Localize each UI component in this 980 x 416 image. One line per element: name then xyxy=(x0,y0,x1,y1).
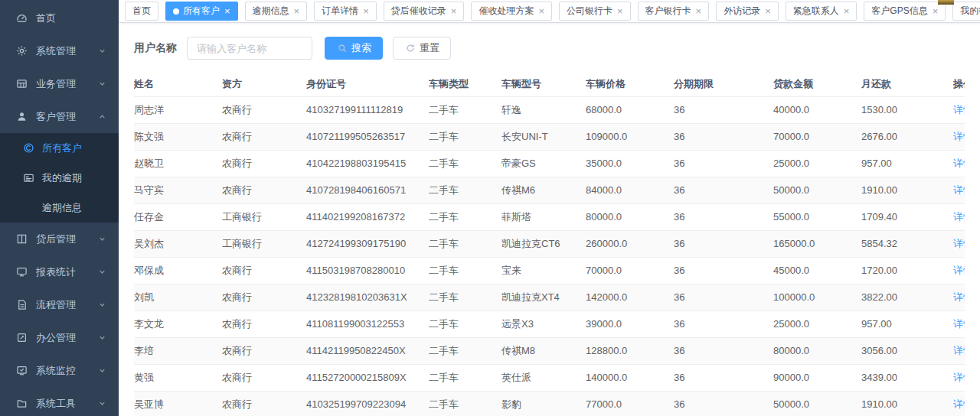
tab-3[interactable]: 订单详情× xyxy=(314,2,377,21)
chevron-up-icon xyxy=(96,111,108,122)
cell-vehicle_model: 宝来 xyxy=(501,257,586,284)
cell-name: 任存金 xyxy=(134,203,222,230)
tab-4[interactable]: 贷后催收记录× xyxy=(384,2,465,21)
cell-name: 李培 xyxy=(134,337,222,364)
search-field-label: 用户名称 xyxy=(134,41,177,55)
close-icon[interactable]: × xyxy=(696,6,702,16)
cell-id_number: 41142119950822450X xyxy=(306,337,429,364)
cell-monthly_payment: 3439.00 xyxy=(861,364,953,391)
cell-id_number: 412724199309175190 xyxy=(306,230,429,257)
detail-link[interactable]: 详情 xyxy=(953,291,965,303)
column-header: 姓名 xyxy=(134,72,222,96)
sidebar-item-3[interactable]: 客户管理 xyxy=(0,100,119,133)
sidebar-item-label: 办公管理 xyxy=(36,331,76,345)
sidebar-item-label: 系统工具 xyxy=(36,397,76,411)
cell-id_number: 410327199111112819 xyxy=(306,96,429,123)
cell-vehicle_model: 轩逸 xyxy=(501,96,586,123)
detail-link[interactable]: 详情 xyxy=(953,318,965,330)
column-header: 车辆型号 xyxy=(501,72,586,96)
customer-name-input[interactable] xyxy=(187,37,312,60)
sidebar-item-label: 客户管理 xyxy=(36,110,76,124)
close-icon[interactable]: × xyxy=(844,6,850,16)
tab-5[interactable]: 催收处理方案× xyxy=(471,2,552,21)
detail-link[interactable]: 详情 xyxy=(953,372,965,383)
cell-periods: 36 xyxy=(674,96,773,123)
search-button[interactable]: 搜索 xyxy=(325,37,383,60)
detail-link[interactable]: 详情 xyxy=(953,265,965,276)
table-row-8: 李文龙农商行411081199003122553二手车远景X339000.036… xyxy=(134,310,965,337)
sidebar-item-8[interactable]: 系统监控 xyxy=(0,354,119,387)
detail-link[interactable]: 详情 xyxy=(953,104,965,115)
submenu-item-label: 所有客户 xyxy=(42,141,82,155)
detail-link[interactable]: 详情 xyxy=(953,345,965,356)
cell-periods: 36 xyxy=(674,284,773,310)
sidebar-item-5[interactable]: 报表统计 xyxy=(0,255,119,288)
sidebar-item-9[interactable]: 系统工具 xyxy=(0,387,119,416)
tab-1[interactable]: 所有客户× xyxy=(165,2,238,21)
close-icon[interactable]: × xyxy=(617,6,623,16)
close-icon[interactable]: × xyxy=(451,6,457,16)
close-icon[interactable]: × xyxy=(224,6,230,16)
sidebar-item-7[interactable]: 办公管理 xyxy=(0,321,119,354)
cell-periods: 36 xyxy=(674,364,773,391)
cell-action: 详情 xyxy=(953,123,965,150)
close-icon[interactable]: × xyxy=(765,6,771,16)
sidebar-item-2[interactable]: 业务管理 xyxy=(0,67,119,100)
cell-loan_amount: 80000.0 xyxy=(773,337,861,364)
tab-6[interactable]: 公司银行卡× xyxy=(559,2,631,21)
customer-circle-icon xyxy=(23,142,34,154)
detail-link[interactable]: 详情 xyxy=(953,238,965,249)
table-row-9: 李培农商行41142119950822450X二手车传祺M8128800.036… xyxy=(134,337,965,364)
close-icon[interactable]: × xyxy=(294,6,300,16)
cell-name: 马守宾 xyxy=(134,177,222,203)
tab-9[interactable]: 紧急联系人× xyxy=(786,2,858,21)
tab-label: 外访记录 xyxy=(724,5,760,18)
chevron-down-icon xyxy=(96,266,108,278)
column-header: 月还款 xyxy=(861,72,953,96)
sidebar-item-4[interactable]: 贷后管理 xyxy=(0,223,119,255)
detail-link[interactable]: 详情 xyxy=(953,211,965,223)
cell-loan_amount: 50000.0 xyxy=(773,391,861,416)
tab-2[interactable]: 逾期信息× xyxy=(245,2,308,21)
cell-monthly_payment: 5854.32 xyxy=(861,230,953,257)
close-icon[interactable]: × xyxy=(933,6,939,16)
tab-7[interactable]: 客户银行卡× xyxy=(638,2,710,21)
cell-monthly_payment: 957.00 xyxy=(861,310,953,337)
sidebar-item-0[interactable]: 首页 xyxy=(0,2,119,34)
cell-action: 详情 xyxy=(953,203,965,230)
sidebar-item-6[interactable]: 流程管理 xyxy=(0,288,119,321)
cell-vehicle_model: 帝豪GS xyxy=(501,150,586,177)
reset-button[interactable]: 重置 xyxy=(393,37,451,60)
cell-vehicle_model: 菲斯塔 xyxy=(501,203,586,230)
detail-link[interactable]: 详情 xyxy=(953,158,965,169)
process-file-icon xyxy=(16,299,28,310)
detail-link[interactable]: 详情 xyxy=(953,131,965,142)
submenu-item-0[interactable]: 所有客户 xyxy=(0,133,119,163)
cell-id_number: 410728198406160571 xyxy=(306,177,429,203)
cell-monthly_payment: 3056.00 xyxy=(861,337,953,364)
customer-table-wrap: 姓名资方身份证号车辆类型车辆型号车辆价格分期期限贷款金额月还款操作 周志洋农商行… xyxy=(119,72,980,416)
business-grid-icon xyxy=(16,78,28,89)
close-icon[interactable]: × xyxy=(363,6,369,16)
avatar-partial xyxy=(938,0,954,5)
detail-link[interactable]: 详情 xyxy=(953,398,965,410)
submenu-item-1[interactable]: 我的逾期 xyxy=(0,163,119,193)
tab-8[interactable]: 外访记录× xyxy=(716,2,779,21)
refresh-icon xyxy=(404,43,416,54)
gear-icon xyxy=(16,45,28,57)
tab-10[interactable]: 客户GPS信息× xyxy=(864,2,946,21)
cell-name: 刘凯 xyxy=(134,284,222,310)
cell-loan_amount: 100000.0 xyxy=(773,284,861,310)
sidebar-item-label: 首页 xyxy=(36,11,56,25)
report-monitor-icon xyxy=(16,266,28,278)
tab-0[interactable]: 首页 xyxy=(125,2,158,21)
tab-11[interactable]: 我的待办× xyxy=(952,2,980,21)
close-icon[interactable]: × xyxy=(538,6,544,16)
tab-label: 客户银行卡 xyxy=(645,5,691,18)
cell-monthly_payment: 1530.00 xyxy=(861,96,953,123)
detail-link[interactable]: 详情 xyxy=(953,184,965,196)
submenu-item-2[interactable]: 逾期信息 xyxy=(0,193,119,223)
sidebar: 首页系统管理业务管理客户管理所有客户我的逾期逾期信息贷后管理报表统计流程管理办公… xyxy=(0,0,119,416)
cell-monthly_payment: 1910.00 xyxy=(861,391,953,416)
sidebar-item-1[interactable]: 系统管理 xyxy=(0,34,119,67)
